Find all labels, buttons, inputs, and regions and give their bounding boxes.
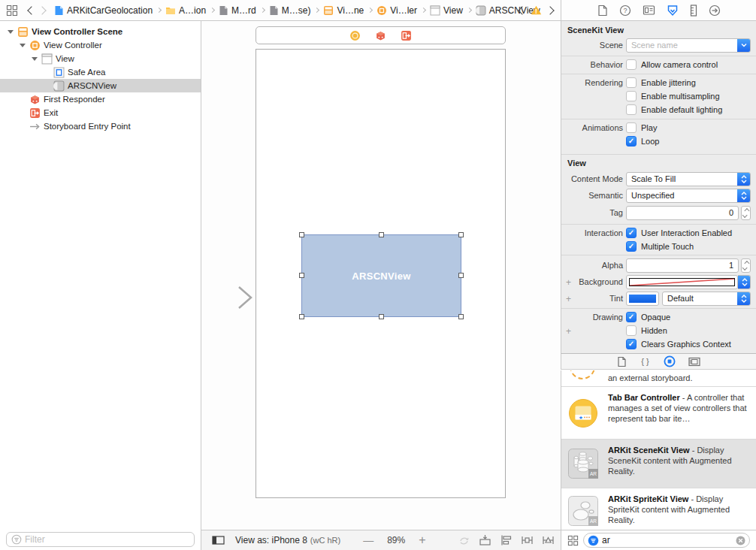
library-item-tab-bar-controller[interactable]: ★ Tab Bar Controller - A controller that… <box>561 387 756 440</box>
previous-issue-icon[interactable] <box>518 6 526 14</box>
attributes-inspector-icon[interactable] <box>667 5 679 17</box>
media-library-icon[interactable] <box>688 357 700 367</box>
warning-icon[interactable]: ! <box>531 5 542 15</box>
filter-icon[interactable] <box>588 535 599 546</box>
resize-handle[interactable] <box>299 314 304 319</box>
outline-row-view-controller-scene[interactable]: View Controller Scene <box>0 25 201 38</box>
code-snippet-library-icon[interactable]: { } <box>640 356 651 367</box>
popup-arrows-icon[interactable] <box>737 189 750 202</box>
clear-search-icon[interactable] <box>736 536 745 545</box>
disclosure-triangle-icon[interactable] <box>6 28 14 36</box>
object-library-icon[interactable] <box>664 355 676 367</box>
tint-color-well[interactable] <box>626 292 659 306</box>
go-forward-icon[interactable] <box>38 6 46 14</box>
breadcrumb-storyboard-file[interactable]: M…rd <box>219 5 256 16</box>
popup-arrows-icon[interactable] <box>737 173 750 186</box>
breadcrumb-storyboard-base[interactable]: M…se) <box>269 5 311 16</box>
zoom-out-button[interactable]: — <box>360 534 376 546</box>
library-item-storyboard-reference[interactable]: an external storyboard. <box>561 370 756 387</box>
library-item-arkit-spritekit-view[interactable]: AR ARKit SpriteKit View - Display Sprite… <box>561 488 756 530</box>
opaque-checkbox[interactable] <box>626 312 637 322</box>
connections-inspector-icon[interactable] <box>709 5 721 17</box>
outline-row-exit[interactable]: Exit <box>0 106 201 119</box>
breadcrumb-folder[interactable]: A…ion <box>165 5 206 16</box>
file-template-library-icon[interactable] <box>617 356 627 367</box>
quick-help-inspector-icon[interactable]: ? <box>619 5 631 17</box>
background-popup-button[interactable] <box>738 275 751 289</box>
outline-row-first-responder[interactable]: First Responder <box>0 92 201 106</box>
library-search-input[interactable] <box>602 535 733 545</box>
outline-filter-input[interactable] <box>25 534 189 545</box>
resolve-layout-issues-icon[interactable] <box>542 534 555 546</box>
alpha-field[interactable]: 1 <box>626 258 739 273</box>
view-controller-frame[interactable]: ARSCNView <box>256 49 506 498</box>
view-as-label[interactable]: View as: iPhone 8 <box>235 535 307 545</box>
loop-checkbox[interactable] <box>626 136 637 147</box>
resize-handle[interactable] <box>379 232 384 237</box>
resize-handle[interactable] <box>379 314 384 319</box>
semantic-popup[interactable]: Unspecified <box>626 189 751 203</box>
update-frames-icon[interactable] <box>458 534 470 546</box>
multiple-touch-checkbox[interactable] <box>626 241 637 252</box>
related-items-icon[interactable] <box>6 5 18 17</box>
hidden-checkbox[interactable] <box>626 325 637 336</box>
library-item-arkit-scenekit-view[interactable]: AR ARKit SceneKit View - Display SceneKi… <box>561 440 756 488</box>
identity-inspector-icon[interactable] <box>643 5 655 16</box>
outline-row-storyboard-entry-point[interactable]: Storyboard Entry Point <box>0 119 201 133</box>
enable-multisampling-checkbox[interactable] <box>626 91 637 101</box>
outline-row-safe-area[interactable]: Safe Area <box>0 65 201 79</box>
zoom-in-button[interactable]: + <box>416 533 428 547</box>
allow-camera-control-checkbox[interactable] <box>626 59 637 70</box>
outline-row-arscnview[interactable]: ARSCNView <box>0 79 201 92</box>
alpha-stepper[interactable] <box>741 258 751 273</box>
resize-handle[interactable] <box>458 314 464 319</box>
alpha-row: Alpha 1 <box>561 258 756 273</box>
file-inspector-icon[interactable] <box>597 5 608 17</box>
resize-handle[interactable] <box>299 232 304 237</box>
align-icon[interactable] <box>500 534 513 546</box>
zoom-level[interactable]: 89% <box>387 535 405 545</box>
embed-in-stack-icon[interactable] <box>479 534 491 546</box>
storyboard-canvas[interactable]: ARSCNView <box>201 21 561 530</box>
storyboard-entry-point-arrow[interactable] <box>201 269 256 326</box>
clears-graphics-context-checkbox[interactable] <box>626 339 637 349</box>
exit-icon <box>29 107 41 119</box>
library-grid-view-icon[interactable] <box>567 535 579 546</box>
device-configuration-icon[interactable] <box>212 534 225 546</box>
popup-arrows-icon[interactable] <box>737 292 750 305</box>
disclosure-triangle-icon[interactable] <box>18 41 26 50</box>
next-issue-icon[interactable] <box>546 6 554 14</box>
breadcrumb-project[interactable]: ARKitCarGeolocation <box>54 5 153 16</box>
outline-row-view-controller[interactable]: View Controller <box>0 38 201 52</box>
view-controller-dock-icon[interactable] <box>349 30 361 41</box>
outline-row-view[interactable]: View <box>0 52 201 65</box>
resize-handle[interactable] <box>458 273 464 278</box>
tag-stepper[interactable] <box>741 206 751 220</box>
play-checkbox[interactable] <box>626 122 637 133</box>
tint-popup[interactable]: Default <box>662 292 751 306</box>
outline-filter-field[interactable] <box>6 532 195 547</box>
disclosure-triangle-icon[interactable] <box>30 55 38 63</box>
first-responder-dock-icon[interactable] <box>375 30 386 41</box>
breadcrumb-view[interactable]: View <box>430 5 463 16</box>
resize-handle[interactable] <box>458 232 464 237</box>
exit-dock-icon[interactable] <box>401 30 412 41</box>
tag-field[interactable]: 0 <box>626 206 739 220</box>
folder-icon <box>165 6 176 15</box>
add-constraints-icon[interactable] <box>521 534 534 546</box>
enable-default-lighting-checkbox[interactable] <box>626 104 637 115</box>
arscn-view[interactable]: ARSCNView <box>301 234 461 317</box>
combo-arrow-icon[interactable] <box>737 39 750 52</box>
user-interaction-enabled-checkbox[interactable] <box>626 228 637 238</box>
breadcrumb-scene[interactable]: Vi…ne <box>323 5 364 16</box>
size-inspector-icon[interactable] <box>690 5 697 17</box>
go-back-icon[interactable] <box>27 6 35 14</box>
attributes-inspector: SceneKit View Scene Scene name Behavior … <box>561 21 756 353</box>
background-color-well[interactable] <box>626 275 738 289</box>
breadcrumb-view-controller[interactable]: Vi…ler <box>376 5 417 16</box>
enable-jittering-checkbox[interactable] <box>626 77 637 88</box>
content-mode-popup[interactable]: Scale To Fill <box>626 172 751 186</box>
library-search-field[interactable] <box>583 533 750 548</box>
resize-handle[interactable] <box>299 273 304 278</box>
scene-combo-box[interactable]: Scene name <box>626 38 751 53</box>
